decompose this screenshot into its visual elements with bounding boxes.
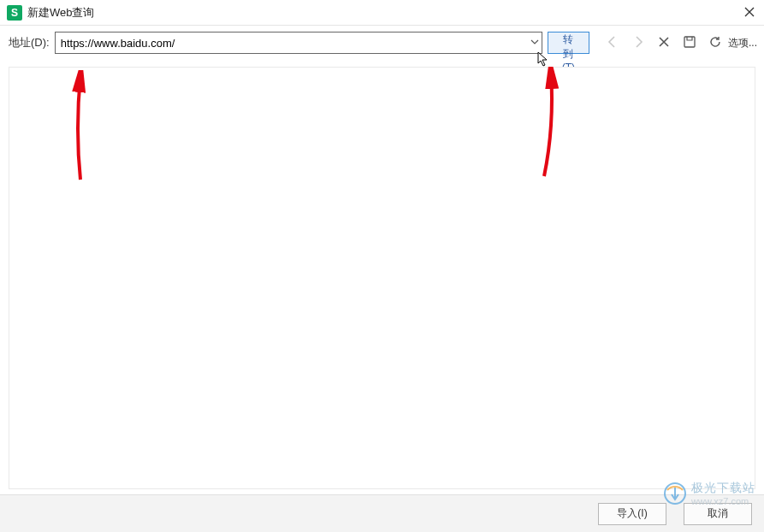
close-icon: [744, 7, 755, 20]
url-input[interactable]: [55, 32, 542, 54]
titlebar: S 新建Web查询: [0, 0, 764, 26]
arrow-right-icon: [631, 35, 645, 51]
back-button[interactable]: [605, 35, 620, 50]
window-title: 新建Web查询: [27, 5, 95, 21]
options-button[interactable]: 选项...: [728, 36, 757, 50]
arrow-left-icon: [606, 35, 619, 51]
save-icon: [683, 35, 696, 51]
refresh-icon: [708, 35, 722, 51]
web-preview-area: [9, 67, 755, 489]
cancel-button[interactable]: 取消: [684, 503, 752, 525]
stop-button[interactable]: [656, 35, 672, 50]
refresh-button[interactable]: [708, 35, 723, 50]
save-query-button[interactable]: [682, 35, 697, 50]
forward-button[interactable]: [631, 35, 646, 50]
address-label: 地址(D):: [9, 35, 50, 50]
address-combo[interactable]: [55, 32, 542, 54]
footer: 导入(I) 取消: [0, 494, 764, 532]
nav-icons: [605, 35, 723, 50]
x-icon: [658, 36, 670, 50]
address-toolbar: 地址(D): 转到(T): [0, 26, 764, 60]
go-button[interactable]: 转到(T): [548, 32, 589, 54]
app-icon: S: [7, 5, 22, 21]
svg-rect-0: [684, 37, 695, 47]
close-button[interactable]: [740, 3, 759, 22]
import-button[interactable]: 导入(I): [598, 503, 666, 525]
